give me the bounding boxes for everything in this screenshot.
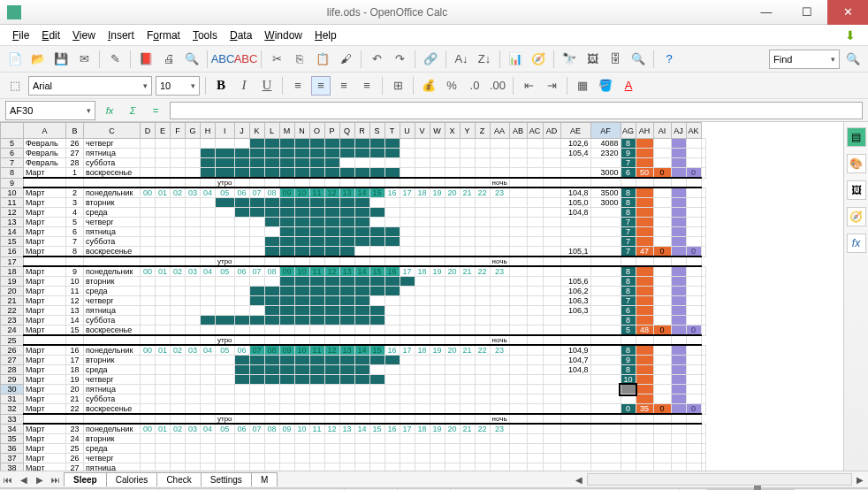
add-decimal-icon[interactable]: .0 <box>465 76 484 96</box>
hscroll-right-icon[interactable]: ▶ <box>852 475 868 485</box>
sidebar-properties-icon[interactable]: ▤ <box>847 127 866 147</box>
edit-icon[interactable]: ✎ <box>105 50 125 69</box>
sheet-tabs: ⏮ ◀ ▶ ⏭ Sleep Calories Check Settings M … <box>0 471 868 488</box>
menu-data[interactable]: Data <box>225 27 257 43</box>
align-center-icon[interactable]: ≡ <box>311 76 331 96</box>
redo-icon[interactable]: ↷ <box>390 50 409 69</box>
font-size-combo[interactable]: 10▾ <box>156 76 200 96</box>
tab-last-icon[interactable]: ⏭ <box>48 475 64 485</box>
merge-icon[interactable]: ⊞ <box>388 76 407 96</box>
undo-icon[interactable]: ↶ <box>367 50 386 69</box>
styles-icon[interactable]: ⬚ <box>5 76 25 96</box>
brush-icon[interactable]: 🖌 <box>336 50 355 69</box>
currency-icon[interactable]: 💰 <box>419 76 438 96</box>
tab-sleep[interactable]: Sleep <box>64 472 107 486</box>
tab-settings[interactable]: Settings <box>201 472 252 486</box>
gallery-icon[interactable]: 🖼 <box>582 50 602 69</box>
preview-icon[interactable]: 🔍 <box>182 50 202 69</box>
help-icon[interactable]: ? <box>659 50 679 69</box>
menu-help[interactable]: Help <box>309 27 342 43</box>
save-icon[interactable]: 💾 <box>51 50 71 69</box>
tab-prev-icon[interactable]: ◀ <box>16 475 32 485</box>
pdf-icon[interactable]: 📕 <box>136 50 156 69</box>
find-next-icon[interactable]: 🔍 <box>843 50 863 69</box>
nav-icon[interactable]: 🧭 <box>529 50 548 69</box>
formula-input[interactable] <box>170 102 863 119</box>
equals-icon[interactable]: = <box>147 102 164 119</box>
spreadsheet-grid[interactable]: ABCDEFGHIJKLMNOPQRSTUVWXYZAAABACADAEAFAG… <box>0 122 843 471</box>
tab-m[interactable]: M <box>251 472 278 486</box>
chart-icon[interactable]: 📊 <box>506 50 525 69</box>
align-left-icon[interactable]: ≡ <box>288 76 308 96</box>
datasource-icon[interactable]: 🗄 <box>605 50 625 69</box>
link-icon[interactable]: 🔗 <box>421 50 440 69</box>
bgcolor-icon[interactable]: 🪣 <box>596 76 615 96</box>
titlebar: life.ods - OpenOffice Calc — ☐ ✕ <box>0 0 868 25</box>
maximize-button[interactable]: ☐ <box>787 0 827 25</box>
bold-button[interactable]: B <box>211 76 231 96</box>
window-title: life.ods - OpenOffice Calc <box>28 6 746 19</box>
indent-inc-icon[interactable]: ⇥ <box>542 76 561 96</box>
copy-icon[interactable]: ⎘ <box>290 50 309 69</box>
sum-icon[interactable]: Σ <box>124 102 141 119</box>
paste-icon[interactable]: 📋 <box>313 50 332 69</box>
find-input[interactable]: Find▾ <box>769 50 840 69</box>
minimize-button[interactable]: — <box>746 0 787 25</box>
open-icon[interactable]: 📂 <box>28 50 48 69</box>
remove-decimal-icon[interactable]: .00 <box>488 76 507 96</box>
close-button[interactable]: ✕ <box>827 0 868 25</box>
menu-file[interactable]: File <box>7 27 34 43</box>
toolbar-standard: 📄 📂 💾 ✉ ✎ 📕 🖨 🔍 ABC ABC ✂ ⎘ 📋 🖌 ↶ ↷ 🔗 A↓… <box>0 46 868 73</box>
sidebar-navigator-icon[interactable]: 🧭 <box>847 207 866 226</box>
zoom-icon[interactable]: 🔍 <box>628 50 648 69</box>
percent-icon[interactable]: % <box>442 76 461 96</box>
tab-check[interactable]: Check <box>156 472 201 486</box>
sidebar-styles-icon[interactable]: 🎨 <box>847 154 866 173</box>
tab-calories[interactable]: Calories <box>106 472 158 486</box>
align-justify-icon[interactable]: ≡ <box>357 76 377 96</box>
sort-asc-icon[interactable]: A↓ <box>452 50 471 69</box>
formula-bar: AF30▾ fx Σ = <box>0 99 868 122</box>
tab-first-icon[interactable]: ⏮ <box>0 475 16 485</box>
tab-next-icon[interactable]: ▶ <box>32 475 48 485</box>
underline-button[interactable]: U <box>257 76 277 96</box>
print-icon[interactable]: 🖨 <box>159 50 179 69</box>
spellcheck-icon[interactable]: ABC <box>213 50 232 69</box>
fontcolor-icon[interactable]: A <box>619 76 638 96</box>
indent-dec-icon[interactable]: ⇤ <box>519 76 538 96</box>
hscroll-left-icon[interactable]: ◀ <box>571 475 587 485</box>
hscrollbar[interactable] <box>587 473 852 486</box>
cell-ref-box[interactable]: AF30▾ <box>5 101 95 120</box>
binoculars-icon[interactable]: 🔭 <box>560 50 579 69</box>
sort-desc-icon[interactable]: Z↓ <box>475 50 494 69</box>
italic-button[interactable]: I <box>234 76 254 96</box>
menu-tools[interactable]: Tools <box>187 27 223 43</box>
sidebar-functions-icon[interactable]: fx <box>847 234 866 253</box>
font-name-combo[interactable]: Arial▾ <box>28 76 152 96</box>
fx-wizard-icon[interactable]: fx <box>101 102 118 119</box>
menu-format[interactable]: Format <box>141 27 186 43</box>
email-icon[interactable]: ✉ <box>74 50 94 69</box>
download-icon[interactable]: ⬇ <box>840 27 861 44</box>
menu-view[interactable]: View <box>67 27 101 43</box>
toolbar-formatting: ⬚ Arial▾ 10▾ B I U ≡ ≡ ≡ ≡ ⊞ 💰 % .0 .00 … <box>0 73 868 99</box>
border-icon[interactable]: ▦ <box>573 76 592 96</box>
menubar: File Edit View Insert Format Tools Data … <box>0 25 868 46</box>
cut-icon[interactable]: ✂ <box>267 50 286 69</box>
new-icon[interactable]: 📄 <box>5 50 25 69</box>
autospell-icon[interactable]: ABC <box>236 50 255 69</box>
sidebar: ▤ 🎨 🖼 🧭 fx <box>843 122 868 471</box>
menu-edit[interactable]: Edit <box>36 27 65 43</box>
menu-window[interactable]: Window <box>259 27 308 43</box>
menu-insert[interactable]: Insert <box>103 27 140 43</box>
sidebar-gallery-icon[interactable]: 🖼 <box>847 180 866 200</box>
align-right-icon[interactable]: ≡ <box>334 76 354 96</box>
app-icon <box>7 5 21 19</box>
